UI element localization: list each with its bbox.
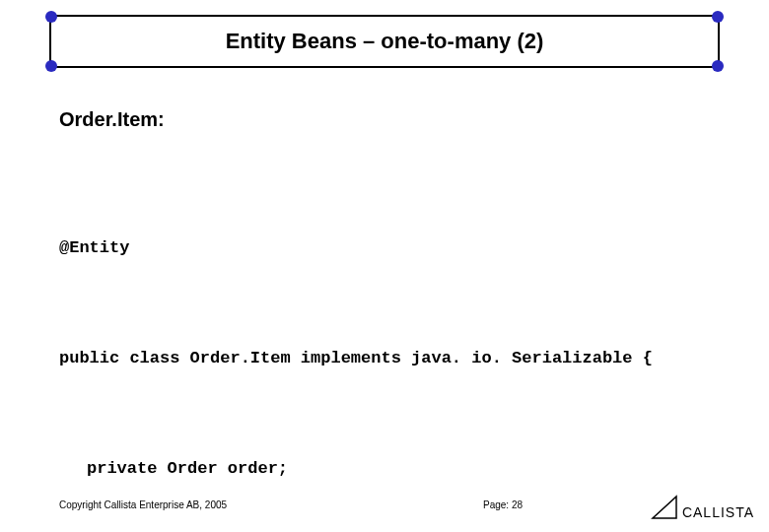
corner-dot-icon [45,11,57,23]
corner-dot-icon [45,60,57,72]
code-line: public class Order.Item implements java.… [59,340,739,376]
footer: Copyright Callista Enterprise AB, 2005 [59,499,749,510]
code-line: @Entity [59,230,739,266]
code-line: private Order order; [87,450,739,487]
corner-dot-icon [712,60,724,72]
copyright-text: Copyright Callista Enterprise AB, 2005 [59,499,227,510]
logo-triangle-icon [651,495,678,520]
corner-dot-icon [712,11,724,23]
logo: CALLISTA [651,495,754,520]
logo-text: CALLISTA [682,504,754,520]
page-number: Page: 28 [483,499,523,510]
slide-title: Entity Beans – one-to-many (2) [71,29,698,54]
section-heading: Order.Item: [59,108,739,131]
content-area: Order.Item: @Entity public class Order.I… [59,108,739,532]
svg-marker-0 [653,497,676,518]
code-block: @Entity public class Order.Item implemen… [59,156,739,532]
title-box: Entity Beans – one-to-many (2) [49,15,720,68]
